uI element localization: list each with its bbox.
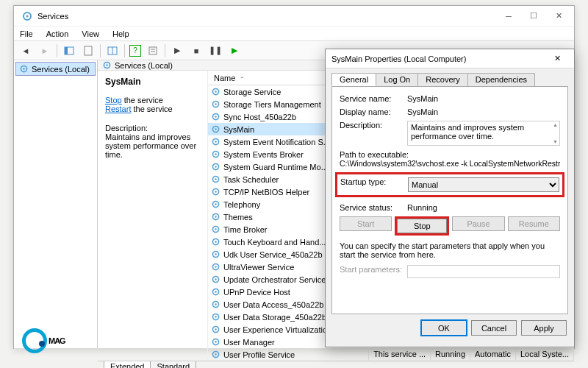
dialog-title: SysMain Properties (Local Computer) — [331, 54, 546, 63]
tab-extended[interactable]: Extended — [104, 361, 151, 368]
gear-icon — [211, 287, 220, 297]
service-name: UPnP Device Host — [223, 288, 290, 297]
svg-point-47 — [215, 291, 216, 292]
gear-icon — [211, 187, 220, 197]
watermark-logo: MAG — [22, 328, 65, 353]
column-name[interactable]: Name — [214, 74, 235, 82]
refresh-button[interactable] — [105, 43, 120, 58]
export-button[interactable] — [81, 43, 96, 58]
highlight-startup-type: Startup type: Manual — [335, 172, 564, 197]
service-name-label: Service name: — [340, 94, 407, 103]
status-logon: Local Syste... — [516, 349, 574, 361]
help-button[interactable]: ? — [129, 45, 141, 57]
service-status-label: Service status: — [340, 203, 407, 212]
start-parameters-label: Start parameters: — [340, 265, 407, 278]
gear-icon — [211, 325, 220, 334]
minimize-button[interactable]: ─ — [496, 7, 521, 25]
svg-point-33 — [215, 203, 216, 205]
pause-service-button[interactable]: ❚❚ — [208, 43, 223, 58]
tab-standard[interactable]: Standard — [150, 361, 196, 368]
service-name: Sync Host_450a22b — [223, 113, 296, 121]
svg-point-53 — [215, 328, 216, 330]
restart-link[interactable]: Restart — [105, 105, 131, 113]
ok-button[interactable]: OK — [421, 320, 467, 336]
service-status-value: Running — [407, 203, 560, 212]
service-name: User Data Storage_450a22b — [223, 313, 326, 322]
gear-icon — [211, 124, 220, 134]
gear-icon — [211, 137, 220, 146]
service-name: Task Scheduler — [223, 175, 279, 184]
maximize-button[interactable]: ☐ — [521, 7, 546, 25]
stop-service-button[interactable]: ■ — [189, 43, 204, 58]
service-properties-dialog: SysMain Properties (Local Computer) ✕ Ge… — [325, 49, 575, 347]
dialog-tab-general[interactable]: General — [331, 73, 376, 86]
svg-point-19 — [215, 116, 216, 117]
service-name: Telephony — [223, 200, 260, 209]
svg-point-43 — [215, 266, 216, 267]
apply-button[interactable]: Apply — [521, 320, 567, 336]
back-button[interactable]: ◄ — [18, 43, 33, 58]
stop-link[interactable]: Stop — [105, 96, 122, 105]
gear-icon — [211, 87, 220, 96]
status-desc: This service ... — [369, 349, 431, 361]
svg-point-45 — [215, 278, 216, 280]
svg-point-31 — [215, 191, 216, 192]
service-name: Storage Service — [223, 88, 281, 96]
restart-service-button[interactable]: ▶ — [227, 43, 242, 58]
startup-type-select[interactable]: Manual — [408, 177, 559, 192]
path-value: C:\Windows\system32\svchost.exe -k Local… — [340, 159, 560, 168]
gear-icon — [211, 174, 220, 184]
menu-help[interactable]: Help — [111, 29, 131, 39]
dialog-tab-logon[interactable]: Log On — [376, 73, 418, 86]
gear-icon — [102, 60, 112, 70]
start-service-button[interactable]: ▶ — [170, 43, 184, 58]
close-button[interactable]: ✕ — [546, 7, 571, 25]
service-name-value: SysMain — [407, 94, 560, 103]
dialog-titlebar: SysMain Properties (Local Computer) ✕ — [326, 49, 574, 68]
gear-icon — [211, 262, 220, 272]
resume-button: Resume — [508, 216, 560, 231]
dialog-tab-dependencies[interactable]: Dependencies — [467, 73, 535, 86]
path-label: Path to executable: — [340, 150, 560, 159]
statusbar: This service ... Running Automatic Local… — [14, 348, 574, 361]
service-name: Touch Keyboard and Hand... — [223, 238, 326, 247]
service-name: User Data Access_450a22b — [223, 300, 323, 309]
svg-point-49 — [215, 303, 216, 305]
gear-icon — [211, 199, 220, 209]
start-parameters-input — [407, 265, 560, 278]
result-header-title: Services (Local) — [115, 61, 173, 70]
menu-file[interactable]: File — [18, 29, 35, 39]
gear-icon — [211, 275, 220, 284]
scroll-up-icon[interactable]: ▲ — [553, 122, 558, 127]
menu-view[interactable]: View — [80, 29, 101, 39]
tree-item-services-local[interactable]: Services (Local) — [15, 62, 96, 76]
menu-action[interactable]: Action — [45, 29, 71, 39]
svg-rect-7 — [149, 47, 157, 54]
gear-icon — [211, 237, 220, 247]
svg-point-27 — [215, 166, 216, 167]
status-startup: Automatic — [470, 349, 516, 361]
scroll-down-icon[interactable]: ▼ — [553, 139, 558, 144]
show-hide-tree-button[interactable] — [62, 43, 76, 58]
description-heading: Description: — [105, 124, 200, 132]
titlebar: Services ─ ☐ ✕ — [14, 6, 574, 26]
service-control-buttons: Start Stop Pause Resume — [340, 216, 560, 236]
highlight-stop-button: Stop — [395, 216, 449, 236]
service-name: System Events Broker — [223, 150, 304, 159]
svg-point-35 — [215, 216, 216, 217]
dialog-tab-recovery[interactable]: Recovery — [417, 73, 467, 86]
properties-button[interactable] — [146, 43, 160, 58]
gear-icon — [211, 212, 220, 222]
stop-button[interactable]: Stop — [397, 219, 447, 233]
description-text: Maintains and improves system performanc… — [105, 132, 200, 159]
description-label: Description: — [340, 121, 407, 146]
service-name: User Manager — [223, 338, 275, 347]
tree-item-label: Services (Local) — [32, 65, 90, 74]
cancel-button[interactable]: Cancel — [471, 320, 517, 336]
gear-icon — [211, 224, 220, 234]
service-name: System Guard Runtime Mo... — [223, 163, 328, 171]
svg-point-41 — [215, 253, 216, 255]
dialog-close-button[interactable]: ✕ — [546, 52, 568, 66]
start-button: Start — [340, 216, 392, 231]
forward-button[interactable]: ► — [37, 43, 52, 58]
